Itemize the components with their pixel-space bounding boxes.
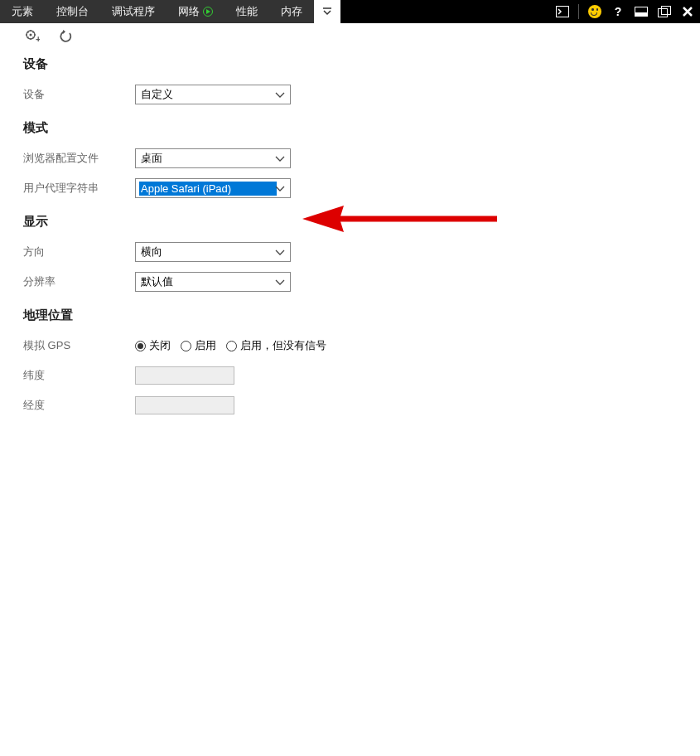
svg-text:?: ? <box>615 6 622 17</box>
svg-rect-4 <box>635 12 647 16</box>
resolution-label: 分辨率 <box>23 274 135 289</box>
svg-rect-5 <box>659 9 668 17</box>
play-icon <box>203 7 213 17</box>
tab-elements-label: 元素 <box>12 4 33 19</box>
tab-debugger[interactable]: 调试程序 <box>100 0 167 23</box>
row-orientation: 方向 横向 <box>23 241 677 263</box>
dock-icon[interactable] <box>634 4 649 19</box>
chevron-down-icon <box>275 276 285 288</box>
tab-performance-label: 性能 <box>236 4 258 19</box>
browser-profile-value: 桌面 <box>141 151 275 166</box>
help-icon[interactable]: ? <box>611 4 625 19</box>
gps-radio-on-nosignal[interactable]: 启用，但没有信号 <box>226 338 326 353</box>
gps-label: 模拟 GPS <box>23 338 135 353</box>
gps-radio-off-label: 关闭 <box>149 338 171 353</box>
tab-network-label: 网络 <box>178 4 200 19</box>
tab-console[interactable]: 控制台 <box>45 0 100 23</box>
radio-checked-icon <box>135 341 146 351</box>
section-display-title: 显示 <box>23 214 677 230</box>
row-gps: 模拟 GPS 关闭 启用 启用，但没有信号 <box>23 335 677 356</box>
gps-radio-on-nosignal-label: 启用，但没有信号 <box>240 338 326 353</box>
svg-rect-1 <box>557 7 569 17</box>
devtools-tabs: 元素 控制台 调试程序 网络 性能 内存 <box>0 0 314 23</box>
resolution-value: 默认值 <box>141 274 275 289</box>
chevron-down-icon <box>275 89 285 101</box>
row-resolution: 分辨率 默认值 <box>23 271 677 293</box>
tab-elements[interactable]: 元素 <box>0 0 45 23</box>
device-label: 设备 <box>23 87 135 102</box>
devtools-tab-bar: 元素 控制台 调试程序 网络 性能 内存 ? <box>0 0 700 23</box>
settings-icon[interactable]: + <box>25 30 40 43</box>
row-latitude: 纬度 <box>23 365 677 386</box>
smiley-icon <box>588 5 601 18</box>
tab-memory[interactable]: 内存 <box>269 0 314 23</box>
console-toggle-icon[interactable] <box>555 4 570 19</box>
chevron-down-icon <box>275 153 285 165</box>
svg-rect-6 <box>662 7 671 15</box>
tab-network[interactable]: 网络 <box>167 0 224 23</box>
gps-radio-on-label: 启用 <box>195 338 216 353</box>
tab-bar-spacer <box>340 0 550 23</box>
close-icon[interactable] <box>680 4 695 19</box>
row-browser-profile: 浏览器配置文件 桌面 <box>23 148 677 169</box>
gps-radio-off[interactable]: 关闭 <box>135 338 171 353</box>
user-agent-label: 用户代理字符串 <box>23 181 135 196</box>
orientation-label: 方向 <box>23 245 135 259</box>
tab-memory-label: 内存 <box>281 4 302 19</box>
tab-debugger-label: 调试程序 <box>112 4 155 19</box>
feedback-icon[interactable] <box>587 4 602 19</box>
row-device: 设备 自定义 <box>23 84 677 105</box>
gps-radio-group: 关闭 启用 启用，但没有信号 <box>135 338 326 353</box>
user-agent-select[interactable]: Apple Safari (iPad) <box>135 178 291 198</box>
svg-point-10 <box>30 34 32 36</box>
toolbar-divider <box>578 4 579 19</box>
emulation-settings-panel: 设备 设备 自定义 模式 浏览器配置文件 桌面 用户代理字符串 Apple Sa… <box>0 56 700 416</box>
device-select[interactable]: 自定义 <box>135 85 291 104</box>
longitude-input[interactable] <box>135 396 234 414</box>
orientation-value: 横向 <box>141 245 275 259</box>
browser-profile-label: 浏览器配置文件 <box>23 151 135 166</box>
tab-console-label: 控制台 <box>56 4 89 19</box>
svg-text:+: + <box>36 34 40 43</box>
resolution-select[interactable]: 默认值 <box>135 272 291 292</box>
device-select-value: 自定义 <box>141 87 275 102</box>
section-geo-title: 地理位置 <box>23 308 677 323</box>
section-device-title: 设备 <box>23 56 677 72</box>
row-user-agent: 用户代理字符串 Apple Safari (iPad) <box>23 177 677 199</box>
gps-radio-on[interactable]: 启用 <box>181 338 216 353</box>
browser-profile-select[interactable]: 桌面 <box>135 148 291 168</box>
emulation-toolbar: + <box>0 23 700 55</box>
tab-performance[interactable]: 性能 <box>224 0 269 23</box>
latitude-input[interactable] <box>135 366 234 385</box>
latitude-label: 纬度 <box>23 368 135 383</box>
reset-icon[interactable] <box>58 30 73 43</box>
chevron-down-icon <box>275 182 285 195</box>
toolbar-right-icons: ? <box>550 0 700 23</box>
radio-unchecked-icon <box>226 341 237 351</box>
section-mode-title: 模式 <box>23 120 677 136</box>
radio-unchecked-icon <box>181 341 191 351</box>
chevron-down-icon <box>275 246 285 259</box>
underline-chevron-down-icon <box>322 7 332 17</box>
orientation-select[interactable]: 横向 <box>135 242 291 262</box>
row-longitude: 经度 <box>23 395 677 416</box>
user-agent-value: Apple Safari (iPad) <box>139 182 277 196</box>
longitude-label: 经度 <box>23 398 135 413</box>
emulation-tab-indicator[interactable] <box>314 0 340 23</box>
undock-icon[interactable] <box>657 4 672 19</box>
